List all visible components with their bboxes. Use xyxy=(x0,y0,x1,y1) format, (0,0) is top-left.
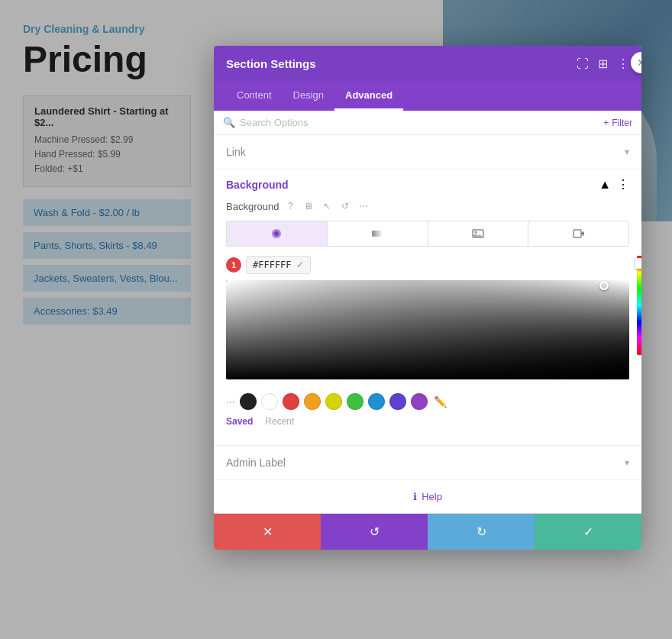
plus-icon: + xyxy=(603,118,609,128)
help-circle-icon: ℹ xyxy=(413,491,417,502)
options-icon[interactable]: ⋯ xyxy=(357,199,370,213)
background-more-icon[interactable]: ⋮ xyxy=(617,177,629,192)
swatch-orange[interactable] xyxy=(304,393,321,410)
help-label: Help xyxy=(422,491,442,502)
recent-tab[interactable]: Recent xyxy=(265,416,294,427)
swatch-black[interactable] xyxy=(240,393,257,410)
hex-input-row: 1 #FFFFFF ✓ xyxy=(226,256,629,274)
color-gradient-picker: 1 #FFFFFF ✓ xyxy=(226,256,629,379)
filter-button[interactable]: + Filter xyxy=(603,118,632,128)
search-input-wrap: 🔍 Search Options xyxy=(223,117,309,128)
reset-button[interactable]: ↺ xyxy=(321,514,428,550)
swatch-green[interactable] xyxy=(347,393,363,410)
svg-point-1 xyxy=(274,231,279,236)
color-tab-gradient[interactable] xyxy=(328,221,428,246)
gradient-canvas[interactable] xyxy=(226,280,629,379)
cancel-button[interactable]: ✕ xyxy=(214,514,321,550)
swatch-blue[interactable] xyxy=(368,393,385,410)
admin-label-row[interactable]: Admin Label ▾ xyxy=(214,446,641,480)
swatch-white[interactable] xyxy=(261,393,278,410)
svg-point-4 xyxy=(474,231,477,234)
video-icon xyxy=(573,228,585,240)
background-section-title: Background xyxy=(226,179,289,191)
background-collapse-icon[interactable]: ▲ xyxy=(599,178,611,192)
swatch-yellow[interactable] xyxy=(325,393,342,410)
swatch-red[interactable] xyxy=(283,393,299,410)
tab-content[interactable]: Content xyxy=(226,82,283,111)
redo-button[interactable]: ↻ xyxy=(428,514,535,550)
color-swatches-row: ··· ✏️ xyxy=(226,387,629,413)
modal-search-bar: 🔍 Search Options + Filter xyxy=(214,111,641,135)
more-options-icon[interactable]: ⋮ xyxy=(617,56,629,71)
redo-icon: ↻ xyxy=(477,524,486,539)
color-tab-image[interactable] xyxy=(428,221,529,246)
search-placeholder[interactable]: Search Options xyxy=(240,117,309,128)
modal-tabs: Content Design Advanced xyxy=(214,82,641,111)
cancel-icon: ✕ xyxy=(263,524,273,539)
hue-slider[interactable] xyxy=(637,256,641,355)
color-tab-video[interactable] xyxy=(528,221,628,246)
hex-value: #FFFFFF xyxy=(253,260,292,270)
background-label-row: Background ? 🖥 ↖ ↺ ⋯ xyxy=(226,199,629,213)
help-icon[interactable]: ? xyxy=(283,199,297,213)
cursor-icon[interactable]: ↖ xyxy=(320,199,334,213)
reset-icon: ↺ xyxy=(370,524,380,539)
admin-label-text: Admin Label xyxy=(226,457,286,469)
background-section-controls: ▲ ⋮ xyxy=(599,177,629,192)
saved-tab[interactable]: Saved xyxy=(226,416,253,427)
color-type-tabs xyxy=(226,221,629,247)
reset-icon[interactable]: ↺ xyxy=(338,199,352,213)
search-icon: 🔍 xyxy=(223,117,235,128)
background-field-label: Background xyxy=(226,201,279,212)
tab-advanced[interactable]: Advanced xyxy=(334,82,403,111)
link-label: Link xyxy=(226,146,246,158)
hex-confirm-icon[interactable]: ✓ xyxy=(296,260,304,270)
gradient-canvas-inner xyxy=(226,280,629,379)
more-swatches-button[interactable]: ··· xyxy=(226,395,235,408)
filter-label: Filter xyxy=(612,118,632,128)
swatch-purple[interactable] xyxy=(411,393,428,410)
color-tab-solid[interactable] xyxy=(227,221,328,246)
fullscreen-icon[interactable]: ⛶ xyxy=(577,57,589,71)
color-swatch-icon xyxy=(270,228,283,240)
modal-header-icons: ⛶ ⊞ ⋮ xyxy=(577,56,629,71)
background-section: Background ▲ ⋮ Background ? 🖥 ↖ ↺ ⋯ xyxy=(214,169,641,446)
hue-slider-handle[interactable] xyxy=(635,258,641,269)
admin-label-chevron-icon: ▾ xyxy=(625,457,629,468)
modal-header: Section Settings ⛶ ⊞ ⋮ xyxy=(214,46,641,82)
tab-design[interactable]: Design xyxy=(283,82,334,111)
hue-slider-container xyxy=(637,256,641,355)
section-settings-modal: ✕ Section Settings ⛶ ⊞ ⋮ Content Design … xyxy=(214,46,641,550)
svg-rect-2 xyxy=(372,231,383,237)
save-button[interactable]: ✓ xyxy=(535,514,641,550)
background-section-header: Background ▲ ⋮ xyxy=(226,177,629,192)
color-picker-area: 1 #FFFFFF ✓ xyxy=(226,256,629,379)
saved-recent-tabs: Saved Recent xyxy=(226,413,629,433)
modal-body: Link ▾ Background ▲ ⋮ Background ? 🖥 ↖ ↺… xyxy=(214,135,641,513)
gradient-icon xyxy=(371,228,383,240)
save-icon: ✓ xyxy=(583,524,593,539)
columns-icon[interactable]: ⊞ xyxy=(598,56,608,71)
gradient-cursor-handle[interactable] xyxy=(599,281,609,290)
link-section-row[interactable]: Link ▾ xyxy=(214,135,641,169)
help-row[interactable]: ℹ Help xyxy=(214,480,641,513)
svg-rect-5 xyxy=(573,230,581,237)
modal-title: Section Settings xyxy=(226,57,316,70)
eyedropper-icon[interactable]: ✏️ xyxy=(432,393,449,410)
image-icon xyxy=(472,228,484,240)
hex-input-box[interactable]: #FFFFFF ✓ xyxy=(246,256,311,274)
step-badge: 1 xyxy=(226,257,241,273)
desktop-icon[interactable]: 🖥 xyxy=(302,199,315,213)
link-chevron-icon: ▾ xyxy=(625,147,629,157)
swatch-indigo[interactable] xyxy=(389,393,406,410)
modal-footer: ✕ ↺ ↻ ✓ xyxy=(214,513,641,550)
gradient-canvas-wrapper xyxy=(226,280,629,379)
